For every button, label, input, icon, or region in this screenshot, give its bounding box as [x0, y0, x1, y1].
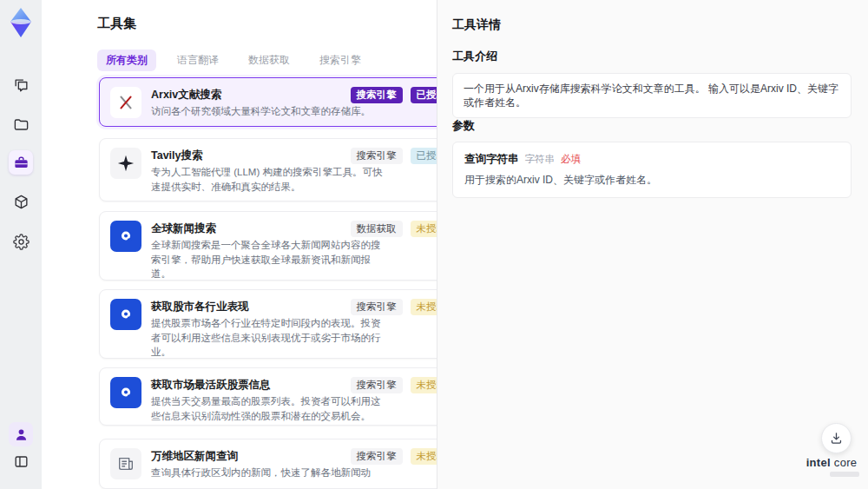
- param-card: 查询字符串 字符串 必填 用于搜索的Arxiv ID、关键字或作者姓名。: [452, 142, 852, 198]
- category-badge: 搜索引擎: [351, 448, 403, 465]
- tool-card-tavily[interactable]: Tavily搜索 专为人工智能代理 (LLM) 构建的搜索引擎工具。可快速提供实…: [99, 138, 464, 202]
- tool-title: 获取市场最活跃股票信息: [151, 377, 384, 393]
- tool-card-sector-performance[interactable]: 获取股市各行业表现 提供股票市场各个行业在特定时间段内的表现。投资者可以利用这些…: [99, 289, 464, 359]
- panel-toggle-icon: [13, 453, 30, 470]
- page-title: 工具集: [97, 16, 136, 32]
- toolbox-icon: [13, 155, 30, 171]
- tool-title: Tavily搜索: [151, 148, 384, 163]
- tool-description: 全球新闻搜索是一个聚合全球各大新闻网站内容的搜索引擎，帮助用户快速获取全球最新资…: [151, 238, 384, 281]
- sidebar-item-models[interactable]: [9, 189, 33, 214]
- tool-description: 专为人工智能代理 (LLM) 构建的搜索引擎工具。可快速提供实时、准确和真实的结…: [151, 165, 384, 194]
- folder-icon: [13, 116, 30, 133]
- tool-card-arxiv[interactable]: Arxiv文献搜索 访问各个研究领域大量科学论文和文章的存储库。 搜索引擎 已授…: [99, 77, 464, 127]
- intro-text-box: 一个用于从Arxiv存储库搜索科学论文和文章的工具。 输入可以是Arxiv ID…: [452, 73, 852, 118]
- category-tabs: 所有类别 语言翻译 数据获取 搜索引擎: [97, 50, 370, 71]
- newspaper-icon: [110, 448, 141, 479]
- sidebar-item-files[interactable]: [9, 112, 33, 136]
- sidebar-item-chat[interactable]: [9, 73, 33, 97]
- tool-title: 万维地区新闻查询: [151, 448, 384, 464]
- tool-description: 提供当天交易量最高的股票列表。投资者可以利用这些信息来识别流动性强的股票和潜在的…: [151, 394, 384, 423]
- param-description: 用于搜索的Arxiv ID、关键字或作者姓名。: [464, 173, 839, 188]
- tab-search-engine[interactable]: 搜索引擎: [311, 50, 370, 71]
- user-icon: [13, 426, 30, 443]
- tool-card-global-news[interactable]: 全球新闻搜索 全球新闻搜索是一个聚合全球各大新闻网站内容的搜索引擎，帮助用户快速…: [99, 211, 464, 281]
- category-badge: 搜索引擎: [351, 377, 403, 393]
- params-heading: 参数: [452, 118, 475, 134]
- tool-detail-panel: 工具详情 工具介绍 一个用于从Arxiv存储库搜索科学论文和文章的工具。 输入可…: [437, 0, 868, 489]
- category-badge: 搜索引擎: [351, 299, 403, 315]
- tools-list-panel: 工具集 所有类别 语言翻译 数据获取 搜索引擎 Arxiv文献搜索 访问各个研究…: [42, 0, 437, 489]
- tool-description: 查询具体行政区划内的新闻，快速了解各地新闻动: [151, 466, 384, 480]
- tab-all-categories[interactable]: 所有类别: [97, 50, 156, 71]
- core-brand-text: core: [834, 456, 858, 469]
- category-badge: 数据获取: [351, 221, 403, 237]
- tab-translation[interactable]: 语言翻译: [168, 50, 227, 71]
- intel-badge-bar: [830, 472, 859, 477]
- tool-card-regional-news[interactable]: 万维地区新闻查询 查询具体行政区划内的新闻，快速了解各地新闻动 搜索引擎 未授权: [99, 439, 464, 489]
- settings-icon: [13, 234, 30, 250]
- category-badge: 搜索引擎: [351, 148, 403, 164]
- intel-core-logo: intel core: [804, 456, 859, 477]
- detail-title: 工具详情: [452, 17, 501, 33]
- tool-title: Arxiv文献搜索: [151, 87, 384, 102]
- tab-data-fetch[interactable]: 数据获取: [240, 50, 299, 71]
- sidebar-item-account[interactable]: [9, 422, 33, 446]
- arxiv-icon: [110, 87, 141, 118]
- stock-sector-icon: [110, 299, 141, 330]
- app-logo-icon: [8, 7, 34, 38]
- tool-description: 访问各个研究领域大量科学论文和文章的存储库。: [151, 104, 384, 119]
- category-badge: 搜索引擎: [351, 87, 403, 103]
- tool-title: 全球新闻搜索: [151, 221, 384, 236]
- sidebar-item-settings[interactable]: [9, 229, 33, 254]
- download-icon: [829, 431, 844, 446]
- app-window: 工具集 所有类别 语言翻译 数据获取 搜索引擎 Arxiv文献搜索 访问各个研究…: [0, 0, 868, 489]
- news-search-icon: [110, 221, 141, 252]
- param-type: 字符串: [525, 153, 556, 166]
- sidebar-item-collapse[interactable]: [9, 449, 33, 473]
- intel-brand-text: intel: [806, 456, 831, 469]
- left-sidebar: [0, 0, 42, 489]
- param-name: 查询字符串: [464, 152, 519, 167]
- tool-card-most-active-stocks[interactable]: 获取市场最活跃股票信息 提供当天交易量最高的股票列表。投资者可以利用这些信息来识…: [99, 367, 464, 426]
- cube-icon: [13, 194, 30, 210]
- active-stock-icon: [110, 377, 141, 408]
- tool-description: 提供股票市场各个行业在特定时间段内的表现。投资者可以利用这些信息来识别表现优于或…: [151, 316, 384, 359]
- sidebar-item-tools[interactable]: [9, 150, 33, 175]
- tavily-star-icon: [110, 148, 141, 179]
- download-button[interactable]: [821, 423, 852, 453]
- chat-icon: [13, 77, 30, 94]
- intro-heading: 工具介绍: [452, 49, 497, 64]
- tool-title: 获取股市各行业表现: [151, 299, 384, 314]
- param-required-badge: 必填: [561, 153, 581, 166]
